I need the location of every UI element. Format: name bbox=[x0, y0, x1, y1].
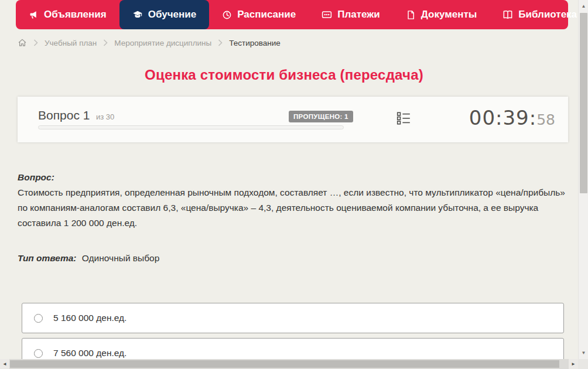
breadcrumb-separator-icon bbox=[33, 39, 38, 46]
breadcrumb-item-curriculum[interactable]: Учебный план bbox=[45, 39, 97, 47]
question-list-icon bbox=[396, 111, 411, 128]
nav-item-library[interactable]: Библиотека bbox=[490, 0, 588, 29]
breadcrumb-item-testing: Тестирование bbox=[229, 39, 281, 47]
answer-type-label: Тип ответа: bbox=[18, 253, 77, 263]
nav-item-label: Документы bbox=[421, 9, 477, 20]
radio-button[interactable] bbox=[34, 349, 43, 358]
breadcrumb-separator-icon bbox=[103, 39, 108, 46]
question-header-card: Вопрос 1 из 30 ПРОПУЩЕНО: 1 00:39: 58 bbox=[18, 97, 568, 142]
megaphone-icon bbox=[29, 10, 39, 20]
timer-minutes: 00:39: bbox=[469, 106, 536, 129]
nav-item-label: Расписание bbox=[237, 9, 296, 20]
answer-option-label: 7 560 000 ден.ед. bbox=[53, 348, 127, 358]
horizontal-scrollbar[interactable]: ◄ ► bbox=[0, 359, 578, 369]
answer-type-row: Тип ответа: Одиночный выбор bbox=[18, 251, 568, 266]
progress-bar bbox=[38, 125, 344, 129]
question-counter: Вопрос 1 из 30 bbox=[38, 108, 114, 122]
question-body: Вопрос: Стоимость предприятия, определен… bbox=[18, 170, 568, 266]
breadcrumb-separator-icon bbox=[218, 39, 223, 46]
radio-button[interactable] bbox=[34, 314, 43, 323]
scroll-right-arrow-icon[interactable]: ► bbox=[569, 359, 578, 369]
book-icon bbox=[502, 9, 513, 20]
vertical-scrollbar-thumb[interactable] bbox=[580, 13, 587, 193]
answer-type-value: Одиночный выбор bbox=[82, 253, 160, 263]
horizontal-scrollbar-thumb[interactable] bbox=[10, 360, 559, 368]
nav-item-schedule[interactable]: Расписание bbox=[209, 0, 309, 29]
answer-option[interactable]: 5 160 000 ден.ед. bbox=[22, 303, 564, 333]
document-icon bbox=[406, 10, 416, 20]
breadcrumb-item-discipline-event[interactable]: Мероприятие дисциплины bbox=[114, 39, 211, 47]
nav-item-payments[interactable]: Платежи bbox=[309, 0, 393, 29]
nav-item-label: Объявления bbox=[44, 9, 107, 20]
credit-card-icon bbox=[322, 9, 332, 20]
home-icon[interactable] bbox=[18, 38, 27, 47]
graduation-cap-icon bbox=[132, 9, 143, 20]
page-title: Оценка стоимости бизнеса (пересдача) bbox=[0, 67, 568, 83]
top-navigation: Объявления Обучение Расписание bbox=[16, 0, 568, 29]
scroll-left-arrow-icon[interactable]: ◄ bbox=[0, 359, 9, 369]
timer: 00:39: 58 bbox=[469, 106, 555, 129]
nav-item-label: Платежи bbox=[337, 9, 380, 20]
nav-item-announcements[interactable]: Объявления bbox=[16, 0, 119, 29]
clock-icon bbox=[222, 10, 232, 20]
nav-item-label: Обучение bbox=[148, 9, 196, 20]
question-total: из 30 bbox=[96, 112, 114, 121]
breadcrumb: Учебный план Мероприятие дисциплины Тест… bbox=[18, 36, 281, 49]
question-list-button[interactable] bbox=[395, 111, 412, 128]
answer-option-label: 5 160 000 ден.ед. bbox=[53, 313, 127, 323]
question-text: Стоимость предприятия, определенная рыно… bbox=[18, 185, 568, 231]
scrollbar-corner bbox=[578, 359, 588, 369]
scroll-down-arrow-icon[interactable]: ▼ bbox=[579, 348, 588, 358]
question-number: Вопрос 1 bbox=[38, 108, 90, 122]
skipped-badge: ПРОПУЩЕНО: 1 bbox=[289, 111, 353, 122]
scroll-up-arrow-icon[interactable]: ▲ bbox=[579, 1, 588, 11]
question-prompt-label: Вопрос: bbox=[18, 170, 568, 185]
nav-item-label: Библиотека bbox=[518, 9, 577, 20]
nav-item-learning[interactable]: Обучение bbox=[119, 0, 209, 29]
timer-seconds: 58 bbox=[536, 111, 555, 128]
vertical-scrollbar[interactable]: ▲ ▼ bbox=[578, 0, 588, 359]
nav-item-documents[interactable]: Документы bbox=[393, 0, 490, 29]
